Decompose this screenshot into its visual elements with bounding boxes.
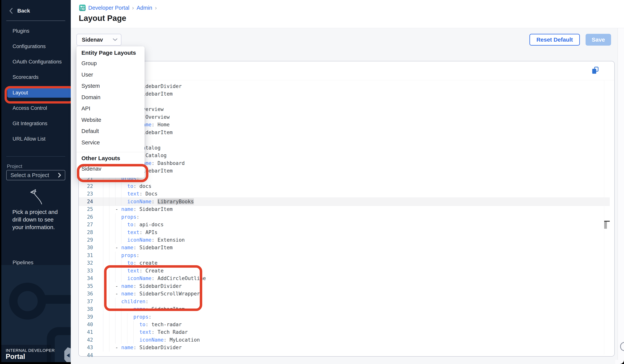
code-line-17[interactable]: 17 to: catalog — [79, 144, 614, 152]
code-line-29[interactable]: 29 iconName: Extension — [79, 236, 614, 244]
code-text: text: Create — [103, 267, 609, 274]
code-line-31[interactable]: 31 props: — [79, 251, 614, 259]
main-content: Developer Portal › Admin › Layout Page S… — [71, 0, 624, 364]
sidebar-item-access-control[interactable]: Access Control — [13, 103, 47, 113]
line-number: 40 — [80, 321, 93, 328]
code-text: - name: SidebarItem — [103, 305, 609, 313]
code-line-11[interactable]: 11 props: — [79, 98, 614, 105]
reset-default-button[interactable]: Reset Default — [529, 34, 580, 46]
code-line-12[interactable]: 12 to: overview — [79, 105, 614, 113]
code-line-35[interactable]: 35 - name: SidebarDivider — [79, 282, 614, 290]
code-area[interactable]: 9 - name: SidebarDivider10 - name: Sideb… — [79, 61, 614, 356]
code-line-28[interactable]: 28 text: APIs — [79, 228, 614, 236]
code-line-24[interactable]: 24 iconName: LibraryBooks — [79, 198, 614, 205]
dropdown-option-website[interactable]: Website — [77, 114, 145, 126]
editor-scrollbar-thumb[interactable] — [604, 222, 607, 229]
back-button[interactable]: Back — [9, 6, 30, 16]
code-line-9[interactable]: 9 - name: SidebarDivider — [79, 82, 614, 90]
code-text: iconName: LibraryBooks — [103, 198, 609, 205]
code-line-19[interactable]: 19 iconName: Dashboard — [79, 159, 614, 167]
save-button[interactable]: Save — [586, 34, 611, 46]
page-scrollbar-gutter[interactable] — [618, 0, 624, 364]
code-text: - name: SidebarDivider — [103, 82, 609, 90]
code-line-13[interactable]: 13 text: Overview — [79, 113, 614, 121]
line-number: 38 — [80, 305, 93, 313]
code-line-43[interactable]: 43 - name: SidebarDivider — [79, 344, 614, 351]
sidebar-item-url-allow-list[interactable]: URL Allow List — [13, 134, 46, 144]
code-text: iconName: Extension — [103, 236, 609, 244]
select-project-label: Select a Project — [10, 172, 49, 178]
code-line-34[interactable]: 34 iconName: AddCircleOutline — [79, 274, 614, 282]
code-line-41[interactable]: 41 text: Tech Radar — [79, 328, 614, 336]
sidebar-item-git-integrations[interactable]: Git Integrations — [13, 119, 47, 128]
code-line-25[interactable]: 25 - name: SidebarItem — [79, 205, 614, 213]
dropdown-option-group[interactable]: Group — [77, 58, 145, 69]
code-text: to: overview — [103, 105, 609, 113]
code-line-44[interactable]: 44 — [79, 351, 614, 359]
line-number: 37 — [80, 298, 93, 305]
dropdown-option-default[interactable]: Default — [77, 126, 145, 137]
sidebar-item-configurations[interactable]: Configurations — [13, 42, 46, 51]
dropdown-option-user[interactable]: User — [77, 69, 145, 81]
dropdown-option-system[interactable]: System — [77, 80, 145, 92]
code-line-26[interactable]: 26 props: — [79, 213, 614, 221]
code-line-23[interactable]: 23 text: Docs — [79, 190, 614, 198]
line-number: 36 — [80, 290, 93, 297]
breadcrumb-separator: › — [132, 4, 134, 11]
select-project-button[interactable]: Select a Project — [6, 170, 65, 180]
sidebar-item-scorecards[interactable]: Scorecards — [13, 72, 39, 82]
code-line-36[interactable]: 36 - name: SidebarScrollWrapper — [79, 290, 614, 297]
code-line-40[interactable]: 40 to: tech-radar — [79, 321, 614, 328]
code-line-27[interactable]: 27 to: api-docs — [79, 221, 614, 228]
line-number: 44 — [80, 351, 93, 359]
sidebar-item-layout[interactable]: Layout — [7, 88, 71, 98]
code-text: text: Docs — [103, 190, 609, 198]
line-number: 43 — [80, 344, 93, 351]
dropdown-option-service[interactable]: Service — [77, 137, 145, 148]
code-line-21[interactable]: 21 props: — [79, 175, 614, 182]
code-text: props: — [103, 175, 609, 182]
breadcrumb-link-admin[interactable]: Admin — [137, 5, 152, 11]
brand-title: Portal — [6, 353, 25, 361]
chevron-left-icon — [9, 8, 13, 14]
line-number: 32 — [80, 259, 93, 267]
project-section-label: Project — [7, 163, 22, 169]
back-label: Back — [17, 8, 30, 14]
line-number: 26 — [80, 213, 93, 221]
code-line-38[interactable]: 38 - name: SidebarItem — [79, 305, 614, 313]
line-number: 31 — [80, 251, 93, 259]
code-text: children: — [103, 298, 609, 305]
code-text: to: tech-radar — [103, 321, 609, 328]
dropdown-option-api[interactable]: API — [77, 103, 145, 114]
breadcrumb-link-developer-portal[interactable]: Developer Portal — [88, 5, 129, 11]
developer-portal-icon — [79, 4, 86, 11]
code-line-32[interactable]: 32 to: create — [79, 259, 614, 267]
sidebar-item-oauth-configurations[interactable]: OAuth Configurations — [13, 57, 62, 67]
code-line-42[interactable]: 42 iconName: MyLocation — [79, 336, 614, 344]
code-line-15[interactable]: 15 - name: SidebarItem — [79, 129, 614, 136]
code-line-18[interactable]: 18 text: Catalog — [79, 152, 614, 159]
code-line-37[interactable]: 37 children: — [79, 298, 614, 305]
code-text: iconName: Home — [103, 121, 609, 128]
breadcrumb: Developer Portal › Admin › — [79, 4, 157, 11]
code-line-10[interactable]: 10 - name: SidebarItem — [79, 90, 614, 98]
sidebar-item-plugins[interactable]: Plugins — [13, 26, 29, 36]
brand-kicker: INTERNAL DEVELOPER — [6, 348, 55, 353]
line-number: 39 — [80, 313, 93, 321]
code-text: text: APIs — [103, 228, 609, 236]
chevron-right-icon — [58, 173, 61, 178]
layout-type-select[interactable]: Sidenav — [77, 34, 121, 46]
dropdown-option-sidenav[interactable]: Sidenav — [77, 163, 145, 175]
code-line-22[interactable]: 22 to: docs — [79, 182, 614, 190]
dropdown-option-domain[interactable]: Domain — [77, 92, 145, 103]
code-line-33[interactable]: 33 text: Create — [79, 267, 614, 274]
line-number: 24 — [80, 198, 93, 205]
screen: Back PluginsConfigurationsOAuth Configur… — [0, 0, 624, 364]
code-line-30[interactable]: 30 - name: SidebarItem — [79, 244, 614, 251]
line-number: 27 — [80, 221, 93, 228]
code-line-20[interactable]: 20 - name: SidebarItem — [79, 167, 614, 175]
code-line-39[interactable]: 39 props: — [79, 313, 614, 321]
code-line-14[interactable]: 14 iconName: Home — [79, 121, 614, 128]
circuit-ring-shape — [9, 283, 46, 319]
code-line-16[interactable]: 16 props: — [79, 136, 614, 144]
